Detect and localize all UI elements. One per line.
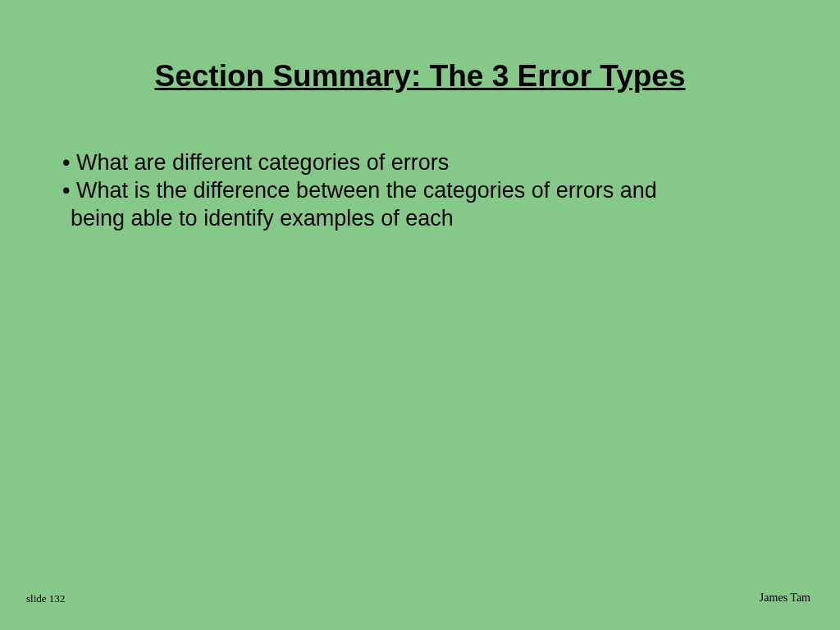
author-name: James Tam (760, 591, 810, 605)
slide-content: What are different categories of errors … (0, 116, 840, 232)
bullet-item: What are different categories of errors (61, 149, 779, 177)
bullet-continuation: being able to identify examples of each (61, 205, 779, 233)
bullet-item: What is the difference between the categ… (61, 177, 779, 205)
slide-number: slide 132 (26, 592, 65, 605)
slide-title: Section Summary: The 3 Error Types (0, 0, 840, 116)
